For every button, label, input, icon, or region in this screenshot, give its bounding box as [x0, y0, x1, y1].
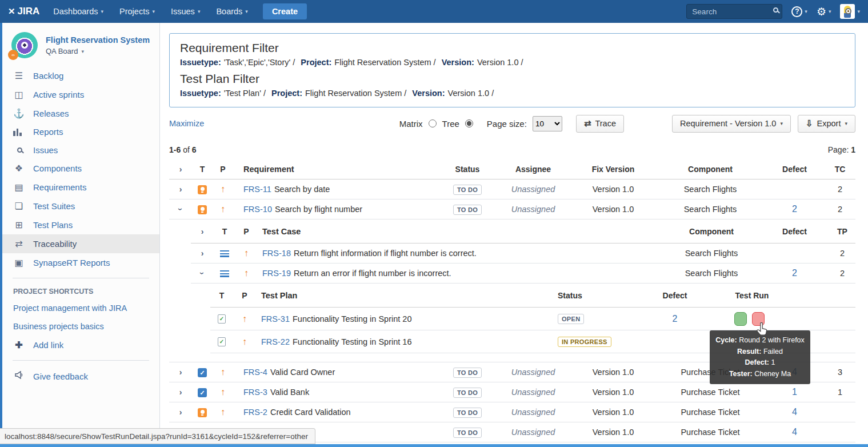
- issue-key-link[interactable]: FRS-4: [243, 368, 267, 377]
- issue-key-link[interactable]: FRS-18: [262, 249, 291, 258]
- priority-up-icon: ↑: [213, 367, 233, 377]
- sidebar-item-releases[interactable]: ⚓ Releases: [2, 104, 159, 123]
- shortcut-business-projects[interactable]: Business projects basics: [2, 317, 159, 336]
- traceability-toolbar: Maximize Matrix Tree Page size: 10 ⇄ Tra…: [169, 114, 855, 133]
- chevron-down-icon: ▾: [845, 121, 847, 126]
- settings-menu[interactable]: ⚙ ▾: [817, 6, 831, 17]
- help-menu[interactable]: ? ▾: [791, 6, 807, 17]
- test-plan-row: ↑ FRS-31Functionality Testing in Sprint …: [210, 308, 855, 330]
- assignee: Unassigned: [496, 205, 570, 214]
- issue-key-link[interactable]: FRS-19: [262, 269, 291, 278]
- help-icon: ?: [791, 6, 802, 17]
- jira-logo[interactable]: ✕ JIRA: [8, 6, 39, 17]
- issues-icon: [13, 145, 25, 155]
- defect-count-link[interactable]: 4: [792, 407, 797, 417]
- issue-key-link[interactable]: FRS-10: [243, 205, 272, 214]
- sidebar-item-active-sprints[interactable]: ◫ Active sprints: [2, 85, 159, 104]
- user-menu[interactable]: ▾: [840, 4, 860, 19]
- component: Purchase Ticket: [656, 428, 765, 437]
- avatar: [840, 4, 855, 19]
- issue-key-link[interactable]: FRS-31: [261, 314, 290, 324]
- maximize-link[interactable]: Maximize: [169, 119, 204, 128]
- sidebar-item-test-suites[interactable]: ❏ Test Suites: [2, 197, 159, 215]
- chevron-down-icon: ▾: [152, 9, 155, 14]
- test-run-tooltip: Cycle: Round 2 with Firefox Result: Fail…: [710, 330, 810, 384]
- export-icon: ⇩: [806, 118, 813, 129]
- defect-count-link[interactable]: 2: [792, 204, 797, 214]
- software-project-badge-icon: ‹›: [8, 50, 18, 60]
- expand-chevron[interactable]: ›: [169, 368, 192, 377]
- create-button[interactable]: Create: [263, 3, 307, 19]
- test-suites-icon: ❏: [13, 201, 25, 211]
- requirement-table-header: › T P Requirement Status Assignee Fix Ve…: [169, 159, 855, 179]
- sidebar-item-issues[interactable]: Issues: [2, 141, 159, 159]
- fix-version: Version 1.0: [570, 185, 656, 194]
- defect-count-link[interactable]: 2: [673, 314, 678, 324]
- trace-button[interactable]: ⇄ Trace: [576, 115, 624, 133]
- test-case-table-header: › T P Test Case Component Defect TP: [191, 219, 855, 244]
- sidebar-item-synapsert-reports[interactable]: ▣ SynapseRT Reports: [2, 253, 159, 272]
- test-run-passed[interactable]: [734, 312, 747, 326]
- sidebar-item-test-plans[interactable]: ⊞ Test Plans: [2, 215, 159, 234]
- collapse-chevron[interactable]: ›: [176, 198, 185, 221]
- report-version-dropdown[interactable]: Requirement - Version 1.0 ▾: [672, 115, 791, 133]
- collapse-chevron[interactable]: ›: [198, 262, 207, 285]
- page-size-select[interactable]: 10: [533, 116, 562, 131]
- expand-all-chevron[interactable]: ›: [169, 165, 192, 174]
- priority-up-icon: ↑: [233, 314, 256, 324]
- export-dropdown[interactable]: ⇩ Export ▾: [798, 115, 855, 133]
- report-actions: Requirement - Version 1.0 ▾ ⇩ Export ▾: [672, 115, 855, 133]
- sidebar-item-backlog[interactable]: ☰ Backlog: [2, 66, 159, 85]
- browser-status-bar: localhost:8848/secure/ShowTestRunDetail.…: [0, 428, 315, 444]
- component: Purchase Ticket: [656, 388, 765, 397]
- sidebar-item-traceability[interactable]: ⇄ Traceability: [2, 234, 159, 253]
- task-type-icon: [198, 388, 207, 397]
- matrix-radio[interactable]: [429, 119, 437, 127]
- menu-dashboards[interactable]: Dashboards▾: [53, 7, 103, 16]
- sidebar-item-requirements[interactable]: ▤ Requirements: [2, 178, 159, 197]
- expand-chevron[interactable]: ›: [169, 388, 192, 397]
- menu-boards[interactable]: Boards▾: [216, 7, 247, 16]
- page-indicator: Page: 1: [828, 145, 855, 154]
- expand-all-chevron[interactable]: ›: [191, 227, 214, 236]
- requirement-type-icon: [198, 205, 207, 214]
- expand-chevron[interactable]: ›: [169, 408, 192, 417]
- expand-chevron[interactable]: ›: [191, 249, 214, 258]
- sidebar-item-components[interactable]: ❖ Components: [2, 159, 159, 178]
- test-plans-icon: ⊞: [13, 219, 25, 230]
- chevron-down-icon: ▾: [81, 49, 84, 54]
- menu-projects[interactable]: Projects▾: [119, 7, 155, 16]
- search-input[interactable]: [686, 4, 782, 19]
- requirements-icon: ▤: [13, 182, 25, 193]
- sidebar-item-reports[interactable]: Reports: [2, 123, 159, 141]
- issue-key-link[interactable]: FRS-22: [261, 337, 290, 346]
- pagination-row: 1-6 of 6 Page: 1: [169, 145, 855, 154]
- fix-version: Version 1.0: [570, 205, 656, 214]
- chevron-down-icon: ▾: [198, 9, 201, 14]
- component: Search Flights: [663, 249, 760, 258]
- defect-count-link[interactable]: 4: [792, 427, 797, 437]
- test-run-cell: [718, 312, 786, 326]
- component: Search Flights: [656, 185, 765, 194]
- board-switcher[interactable]: QA Board▾: [46, 47, 150, 55]
- tc-count: 1: [825, 388, 855, 397]
- give-feedback-button[interactable]: Give feedback: [2, 366, 159, 386]
- defect-count-link[interactable]: 2: [792, 268, 797, 278]
- shortcut-project-management[interactable]: Project management with JIRA: [2, 299, 159, 317]
- issue-key-link[interactable]: FRS-3: [243, 388, 267, 397]
- assignee: Unassigned: [496, 368, 570, 377]
- add-link-button[interactable]: ✚ Add link: [2, 336, 159, 354]
- tree-radio[interactable]: [465, 119, 473, 127]
- expand-chevron[interactable]: ›: [169, 185, 192, 194]
- releases-icon: ⚓: [13, 108, 25, 119]
- priority-up-icon: ↑: [213, 184, 233, 194]
- project-avatar[interactable]: ‹›: [11, 32, 38, 58]
- tc-count: 2: [825, 205, 855, 214]
- menu-issues[interactable]: Issues▾: [171, 7, 200, 16]
- defect-count-link[interactable]: 1: [792, 387, 797, 397]
- chevron-down-icon: ▾: [829, 9, 831, 14]
- search-icon[interactable]: [773, 7, 778, 13]
- test-run-failed[interactable]: [752, 312, 765, 326]
- issue-key-link[interactable]: FRS-2: [243, 408, 267, 417]
- issue-key-link[interactable]: FRS-11: [243, 185, 271, 194]
